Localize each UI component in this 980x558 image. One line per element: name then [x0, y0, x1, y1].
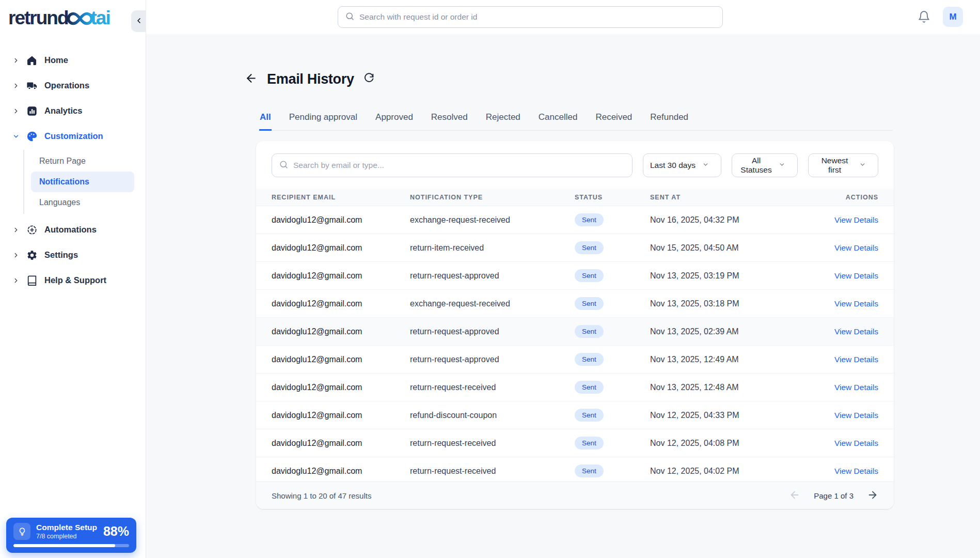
cell-notification-type: return-request-received [410, 439, 575, 448]
table-footer: Showing 1 to 20 of 47 results Page 1 of … [256, 482, 894, 509]
view-details-link[interactable]: View Details [834, 271, 878, 281]
table-header: RECIPIENT EMAILNOTIFICATION TYPESTATUSSE… [256, 189, 894, 206]
view-details-link[interactable]: View Details [834, 383, 878, 392]
gear-icon [26, 250, 38, 261]
previous-page-button[interactable] [789, 489, 800, 502]
bar-chart-icon [26, 105, 38, 117]
sidebar-item-label: Help & Support [44, 275, 106, 285]
view-details-link[interactable]: View Details [834, 327, 878, 336]
view-details-link[interactable]: View Details [834, 439, 878, 448]
sidebar-item-settings[interactable]: Settings [0, 242, 146, 268]
cell-recipient-email: davidoglu12@gmail.com [272, 327, 410, 336]
page-indicator: Page 1 of 3 [814, 491, 853, 500]
next-page-button[interactable] [867, 489, 878, 502]
sidebar-item-label: Automations [44, 225, 97, 235]
cell-notification-type: return-request-approved [410, 355, 575, 364]
table-row: davidoglu12@gmail.com return-request-rec… [256, 429, 894, 457]
column-header: STATUS [575, 194, 650, 201]
chevron-right-icon [12, 82, 20, 89]
brand-logo[interactable]: retrund tai [0, 0, 146, 29]
cell-recipient-email: davidoglu12@gmail.com [272, 439, 410, 448]
cell-recipient-email: davidoglu12@gmail.com [272, 299, 410, 308]
status-filter-value: All Statuses [739, 156, 773, 175]
setup-progress-fill [13, 544, 115, 547]
sidebar-subitem-languages[interactable]: Languages [31, 192, 134, 213]
chevron-right-icon [12, 107, 20, 115]
date-range-select[interactable]: Last 30 days [643, 153, 721, 177]
table-row: davidoglu12@gmail.com refund-discount-co… [256, 401, 894, 429]
chevron-right-icon [12, 57, 20, 64]
tab-all[interactable]: All [259, 112, 272, 131]
cell-recipient-email: davidoglu12@gmail.com [272, 467, 410, 476]
table-row: davidoglu12@gmail.com return-request-rec… [256, 374, 894, 401]
cell-recipient-email: davidoglu12@gmail.com [272, 355, 410, 364]
table-row: davidoglu12@gmail.com exchange-request-r… [256, 206, 894, 234]
view-details-link[interactable]: View Details [834, 355, 878, 364]
view-details-link[interactable]: View Details [834, 243, 878, 253]
cell-notification-type: return-item-received [410, 243, 575, 253]
tab-refunded[interactable]: Refunded [650, 112, 689, 131]
tab-cancelled[interactable]: Cancelled [538, 112, 578, 131]
sidebar-item-home[interactable]: Home [0, 48, 146, 73]
cell-sent-at: Nov 13, 2025, 12:48 AM [650, 383, 800, 392]
view-details-link[interactable]: View Details [834, 467, 878, 476]
customization-subnav: Return Page Notifications Languages [23, 150, 146, 214]
avatar[interactable]: M [943, 7, 963, 27]
sidebar-item-operations[interactable]: Operations [0, 73, 146, 98]
tab-approved[interactable]: Approved [375, 112, 414, 131]
setup-progress-card[interactable]: Complete Setup 7/8 completed 88% [6, 518, 136, 553]
refresh-icon [363, 73, 374, 85]
tab-received[interactable]: Received [595, 112, 633, 131]
status-badge: Sent [575, 381, 604, 394]
infinity-logo-icon [68, 8, 91, 28]
tab-rejected[interactable]: Rejected [485, 112, 521, 131]
table-search-input[interactable] [293, 161, 632, 170]
sidebar-subitem-return-page[interactable]: Return Page [31, 151, 134, 172]
sidebar-item-analytics[interactable]: Analytics [0, 98, 146, 123]
sidebar-nav: Home Operations Analytics Customization … [0, 48, 146, 293]
sort-order-select[interactable]: Newest first [808, 153, 878, 177]
tab-pending-approval[interactable]: Pending approval [289, 112, 358, 131]
sidebar-collapse-button[interactable] [131, 10, 146, 32]
search-icon [279, 160, 289, 172]
sidebar-item-help-support[interactable]: Help & Support [0, 268, 146, 293]
sort-order-value: Newest first [815, 156, 854, 175]
status-filter-select[interactable]: All Statuses [732, 153, 798, 177]
subitem-label: Languages [39, 198, 80, 207]
status-badge: Sent [575, 437, 604, 450]
chevron-down-icon [702, 161, 709, 170]
chevron-left-icon [135, 17, 143, 26]
cell-notification-type: exchange-request-received [410, 215, 575, 225]
cell-sent-at: Nov 12, 2025, 04:08 PM [650, 439, 800, 448]
bell-icon [918, 10, 930, 25]
sidebar-item-label: Home [44, 55, 68, 65]
global-search-input[interactable] [359, 12, 722, 22]
tab-resolved[interactable]: Resolved [431, 112, 468, 131]
status-badge: Sent [575, 409, 604, 422]
results-summary: Showing 1 to 20 of 47 results [272, 491, 371, 500]
table-body: davidoglu12@gmail.com exchange-request-r… [256, 206, 894, 479]
setup-subtitle: 7/8 completed [36, 533, 100, 540]
sidebar-item-customization[interactable]: Customization [0, 123, 146, 149]
back-button[interactable] [243, 70, 260, 88]
view-details-link[interactable]: View Details [834, 299, 878, 308]
sidebar-subitem-notifications[interactable]: Notifications [31, 172, 134, 192]
notifications-bell-button[interactable] [918, 10, 930, 25]
table-row: davidoglu12@gmail.com return-request-app… [256, 346, 894, 374]
lightbulb-icon [13, 523, 30, 540]
status-badge: Sent [575, 353, 604, 366]
sidebar-item-label: Analytics [44, 106, 82, 116]
cell-sent-at: Nov 16, 2025, 04:32 PM [650, 215, 800, 225]
view-details-link[interactable]: View Details [834, 215, 878, 225]
refresh-button[interactable] [361, 71, 376, 87]
global-search [338, 6, 723, 28]
view-details-link[interactable]: View Details [834, 411, 878, 420]
chevron-right-icon [12, 226, 20, 234]
status-badge: Sent [575, 241, 604, 254]
column-header: SENT AT [650, 194, 800, 201]
status-badge: Sent [575, 464, 604, 477]
sidebar-item-automations[interactable]: Automations [0, 217, 146, 242]
tabs: AllPending approvalApprovedResolvedRejec… [259, 112, 893, 131]
chevron-right-icon [12, 252, 20, 259]
chevron-right-icon [12, 277, 20, 284]
